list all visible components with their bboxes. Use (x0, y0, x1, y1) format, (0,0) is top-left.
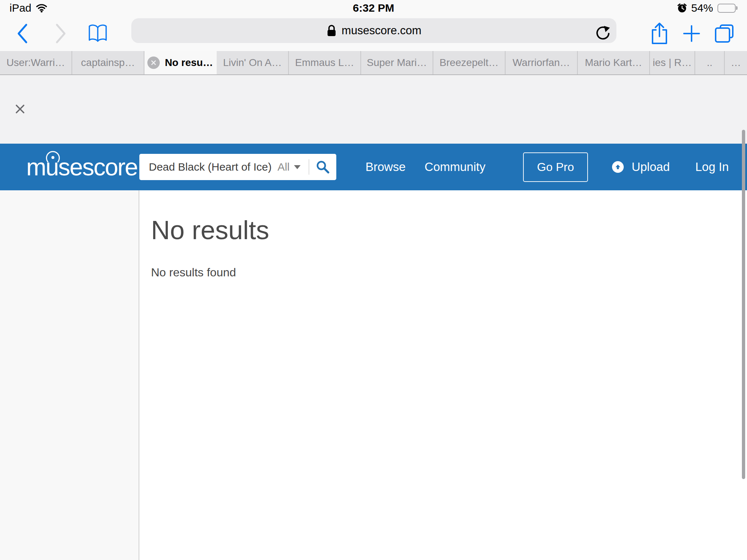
tab-bar: User:Warri… captainsp… No resu… Livin' O… (0, 51, 747, 75)
no-results-message: No results found (151, 266, 747, 279)
lock-icon (326, 24, 337, 37)
tab-captainsp[interactable]: captainsp… (72, 51, 144, 74)
page-title: No results (151, 216, 747, 245)
tab-label: .. (707, 57, 713, 69)
page-content: No results No results found (0, 190, 747, 560)
tab-label: Warriorfan… (512, 57, 570, 69)
scrollbar[interactable] (742, 130, 745, 479)
search-filter-dropdown[interactable]: All (275, 161, 309, 173)
results-area: No results No results found (139, 190, 747, 560)
nav-community[interactable]: Community (425, 160, 485, 174)
back-button[interactable] (16, 23, 28, 44)
battery-percent: 54% (691, 2, 713, 14)
tab-label: Livin' On A… (223, 57, 282, 69)
reload-button[interactable] (595, 25, 611, 42)
tab-warriorfan[interactable]: Warriorfan… (506, 51, 578, 74)
new-tab-icon[interactable] (683, 25, 700, 42)
search-button[interactable] (309, 154, 336, 180)
tab-breezepelt[interactable]: Breezepelt… (433, 51, 506, 74)
site-header: musescore All Browse Community Go Pro Up… (0, 144, 747, 190)
chevron-down-icon (294, 165, 301, 169)
search-input[interactable] (139, 161, 275, 173)
url-bar[interactable]: musescore.com (131, 18, 616, 43)
tab-label: Breezepelt… (440, 57, 499, 69)
search-icon (316, 160, 330, 174)
tab-label: User:Warri… (7, 57, 65, 69)
tab-label: … (731, 57, 741, 69)
log-in-link[interactable]: Log In (695, 160, 729, 174)
filter-sidebar (0, 190, 139, 560)
tab-label: Super Mari… (367, 57, 427, 69)
device-label: iPad (9, 2, 31, 14)
banner-close-icon[interactable] (15, 104, 26, 114)
bookmarks-icon[interactable] (88, 23, 108, 44)
tab-label: ies | R… (653, 57, 692, 69)
nav-browse[interactable]: Browse (365, 160, 406, 174)
search-filter-label: All (278, 161, 290, 173)
search-box: All (139, 154, 336, 180)
tab-switcher-icon[interactable] (714, 24, 734, 43)
share-icon[interactable] (651, 22, 668, 45)
logo-note-icon (44, 149, 61, 164)
tab-truncated-1[interactable]: .. (695, 51, 725, 74)
status-bar: iPad 6:32 PM 54% (0, 0, 747, 16)
logo-text: musescore (26, 153, 138, 180)
tab-super-mari[interactable]: Super Mari… (361, 51, 433, 74)
tab-emmaus[interactable]: Emmaus L… (289, 51, 361, 74)
tab-no-results-active[interactable]: No resu… (144, 51, 217, 74)
tab-livin-on-a[interactable]: Livin' On A… (217, 51, 289, 74)
tab-label: No resu… (165, 57, 213, 69)
forward-button[interactable] (55, 23, 67, 44)
tab-user-warri[interactable]: User:Warri… (0, 51, 72, 74)
tab-label: captainsp… (81, 57, 135, 69)
url-text: musescore.com (342, 24, 422, 37)
tab-truncated-2[interactable]: … (725, 51, 747, 74)
banner-strip (0, 75, 747, 144)
upload-icon (612, 161, 624, 173)
tab-label: Emmaus L… (295, 57, 354, 69)
tab-close-icon[interactable] (147, 57, 160, 69)
wifi-icon (36, 3, 47, 13)
clock-time: 6:32 PM (0, 2, 747, 14)
battery-icon (717, 4, 738, 13)
alarm-icon (677, 3, 687, 13)
musescore-logo[interactable]: musescore (26, 155, 138, 179)
browser-chrome: iPad 6:32 PM 54% (0, 0, 747, 75)
upload-button[interactable]: Upload (612, 160, 670, 174)
tab-ies-r[interactable]: ies | R… (650, 51, 695, 74)
safari-toolbar: musescore.com (0, 16, 747, 51)
go-pro-button[interactable]: Go Pro (523, 152, 588, 182)
upload-label: Upload (632, 160, 670, 174)
tab-label: Mario Kart… (585, 57, 642, 69)
tab-mario-kart[interactable]: Mario Kart… (578, 51, 650, 74)
